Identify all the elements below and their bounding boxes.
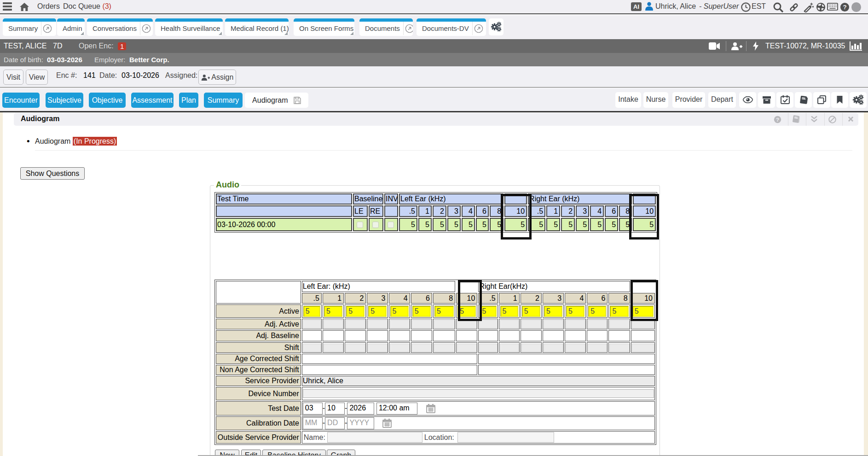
svg-text:?: ?: [776, 117, 779, 123]
svg-text:?: ?: [843, 4, 846, 11]
